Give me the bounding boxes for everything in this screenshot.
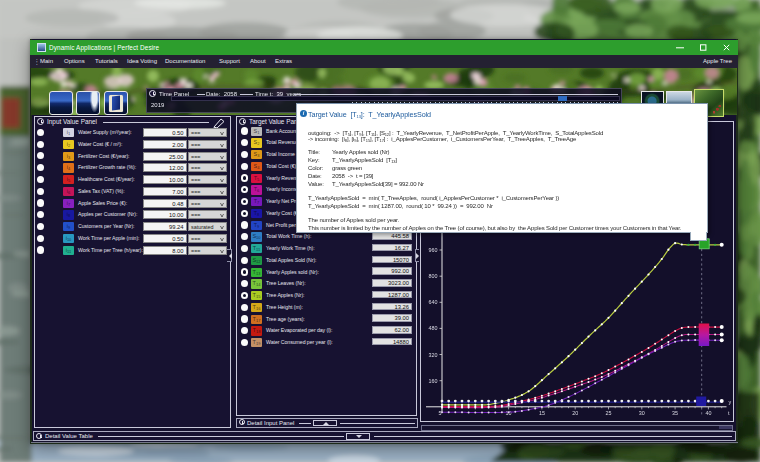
svg-text:15: 15 — [539, 410, 545, 416]
svg-text:y: y — [729, 399, 732, 405]
svg-text:35: 35 — [672, 410, 678, 416]
svg-text:800: 800 — [429, 273, 438, 279]
svg-text:30: 30 — [639, 410, 645, 416]
svg-text:960: 960 — [429, 247, 438, 253]
svg-text:t: t — [728, 410, 730, 416]
svg-text:320: 320 — [429, 352, 438, 358]
svg-text:480: 480 — [429, 325, 438, 331]
svg-text:20: 20 — [572, 410, 578, 416]
svg-text:25: 25 — [606, 410, 612, 416]
svg-text:40: 40 — [705, 410, 711, 416]
svg-text:160: 160 — [429, 378, 438, 384]
svg-text:640: 640 — [429, 299, 438, 305]
